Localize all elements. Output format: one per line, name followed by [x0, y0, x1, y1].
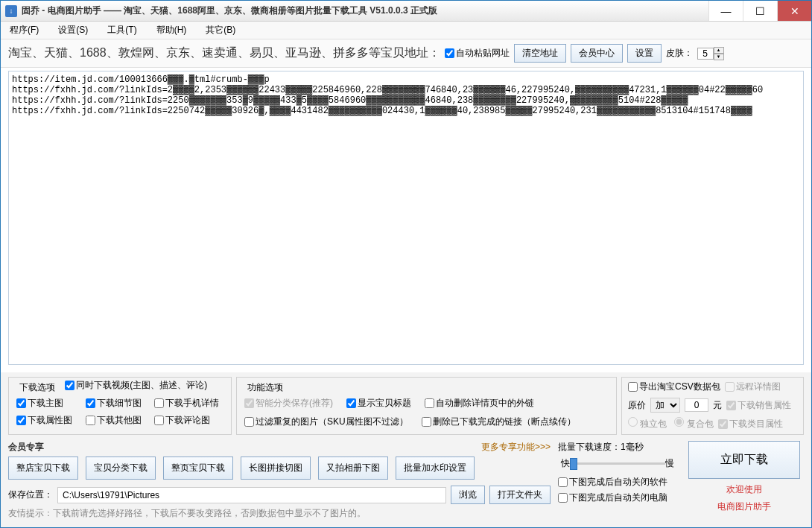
hint-text: 友情提示：下载前请先选择好路径，下载后不要改变路径，否则数据包中显示不了图片的。 [8, 507, 551, 520]
export-csv-checkbox[interactable]: 导出淘宝CSV数据包 [628, 381, 720, 393]
member-title: 会员专享 [8, 441, 44, 454]
open-folder-button[interactable]: 打开文件夹 [489, 486, 551, 504]
close-button[interactable]: ✕ [777, 1, 811, 21]
func-options-title: 功能选项 [244, 381, 286, 394]
mobile-detail-checkbox[interactable]: 下载手机详情 [154, 397, 223, 410]
attr-img-checkbox[interactable]: 下载属性图 [16, 414, 77, 427]
close-pc-checkbox[interactable]: 下图完成后自动关闭电脑 [558, 492, 677, 504]
menu-program[interactable]: 程序(F) [7, 22, 42, 38]
speed-slow-label: 慢 [665, 457, 674, 470]
browse-button[interactable]: 浏览 [451, 486, 485, 504]
settings-button[interactable]: 设置 [627, 44, 662, 63]
video-checkbox[interactable]: 同时下载视频(主图、描述、评论) [65, 379, 207, 392]
url-textarea[interactable] [8, 71, 804, 365]
smart-save-checkbox: 智能分类保存(推荐) [244, 397, 333, 410]
window-title: 固乔 - 电商图片助手 —— 淘宝、天猫、1688阿里、京东、微商相册等图片批量… [22, 4, 708, 17]
welcome-line2: 电商图片助手 [717, 500, 771, 513]
filter-dup-checkbox[interactable]: 过滤重复的图片（SKU属性图不过滤） [244, 416, 408, 428]
app-icon: ↓ [5, 5, 17, 17]
more-member-link[interactable]: 更多专享功能>>> [481, 441, 551, 454]
show-title-checkbox[interactable]: 显示宝贝标题 [346, 397, 411, 410]
main-img-checkbox[interactable]: 下载主图 [16, 397, 77, 410]
start-download-button[interactable]: 立即下载 [688, 441, 800, 479]
speed-thumb[interactable] [570, 458, 577, 470]
close-soft-checkbox[interactable]: 下图完成后自动关闭软件 [558, 476, 677, 489]
del-external-checkbox[interactable]: 自动删除详情页中的外链 [425, 397, 534, 410]
long-img-button[interactable]: 长图拼接切图 [241, 457, 311, 480]
radio-indep: 独立包 [628, 417, 667, 430]
download-options-title: 下载选项 [19, 382, 55, 392]
skin-up[interactable]: ▲ [714, 47, 724, 54]
detail-img-checkbox[interactable]: 下载细节图 [86, 397, 146, 410]
titlebar: ↓ 固乔 - 电商图片助手 —— 淘宝、天猫、1688阿里、京东、微商相册等图片… [1, 1, 811, 22]
maximize-button[interactable]: ☐ [743, 1, 777, 21]
orig-price-label: 原价 [628, 399, 646, 412]
youpai-button[interactable]: 又拍相册下图 [318, 457, 388, 480]
whole-page-button[interactable]: 整页宝贝下载 [163, 457, 233, 480]
auto-paste-checkbox[interactable]: 自动粘贴网址 [445, 47, 510, 60]
cat-download-button[interactable]: 宝贝分类下载 [86, 457, 156, 480]
watermark-button[interactable]: 批量加水印设置 [396, 457, 475, 480]
comment-img-checkbox[interactable]: 下载评论图 [154, 414, 223, 427]
speed-label: 批量下载速度：1毫秒 [558, 441, 677, 454]
dl-cat-attr-checkbox: 下载类目属性 [718, 418, 783, 430]
speed-slider[interactable] [570, 462, 665, 465]
radio-combo: 复合包 [674, 417, 713, 430]
save-path-input[interactable] [57, 487, 446, 503]
menu-tools[interactable]: 工具(T) [104, 22, 139, 38]
menu-help[interactable]: 帮助(H) [153, 22, 190, 38]
skin-down[interactable]: ▼ [714, 54, 724, 60]
member-center-button[interactable]: 会员中心 [571, 44, 623, 63]
remote-detail-checkbox: 远程详情图 [725, 381, 781, 393]
save-label: 保存位置： [8, 489, 53, 501]
url-label: 淘宝、天猫、1688、敦煌网、京东、速卖通、易贝、亚马逊、拼多多等宝贝地址： [8, 45, 440, 61]
price-op-select[interactable]: 加 [650, 398, 680, 413]
minimize-button[interactable]: — [708, 1, 743, 21]
menu-other[interactable]: 其它(B) [203, 22, 238, 38]
skin-input[interactable] [697, 48, 714, 60]
welcome-line1: 欢迎使用 [726, 483, 762, 496]
whole-store-button[interactable]: 整店宝贝下载 [8, 457, 78, 480]
clear-url-button[interactable]: 清空地址 [514, 44, 566, 63]
skin-label: 皮肤： [666, 47, 693, 60]
menu-settings[interactable]: 设置(S) [55, 22, 91, 38]
price-unit: 元 [713, 399, 722, 412]
dl-sale-attr-checkbox: 下载销售属性 [726, 399, 791, 412]
price-value-input[interactable] [685, 398, 708, 412]
del-done-links-checkbox[interactable]: 删除已下载完成的链接（断点续传） [422, 416, 576, 428]
speed-fast-label: 快 [561, 457, 570, 470]
other-img-checkbox[interactable]: 下载其他图 [86, 414, 146, 427]
menubar: 程序(F) 设置(S) 工具(T) 帮助(H) 其它(B) [1, 22, 811, 39]
